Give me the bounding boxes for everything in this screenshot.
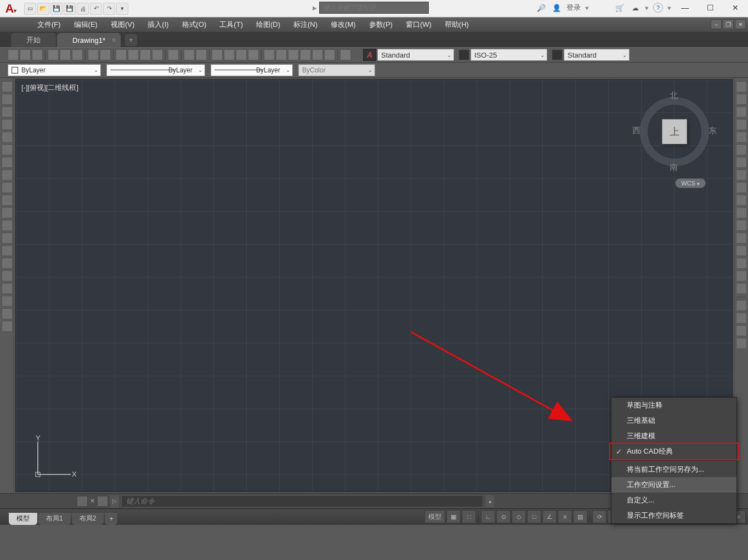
- tb-undo-icon[interactable]: [184, 49, 195, 60]
- new-icon[interactable]: ▭: [24, 3, 36, 15]
- insert-icon[interactable]: [2, 220, 13, 231]
- tb-open-icon[interactable]: [20, 49, 31, 60]
- menu-insert[interactable]: 插入(I): [141, 18, 175, 32]
- tb-3ddwf-icon[interactable]: [88, 49, 99, 60]
- tb-calc-icon[interactable]: [324, 49, 335, 60]
- tb-paste-icon[interactable]: [140, 49, 151, 60]
- tb-zoomprev-icon[interactable]: [248, 49, 259, 60]
- circle-icon[interactable]: [2, 157, 13, 168]
- ws-customize[interactable]: 自定义...: [611, 493, 736, 508]
- plotstyle-dropdown[interactable]: ByColor⌄: [298, 64, 375, 76]
- command-input[interactable]: [121, 495, 483, 507]
- user-icon[interactable]: 👤: [551, 2, 562, 13]
- maximize-button[interactable]: ☐: [698, 0, 723, 15]
- a360-icon[interactable]: ☁: [630, 2, 641, 13]
- ellipsearc-icon[interactable]: [2, 207, 13, 218]
- cmd-prompt-icon[interactable]: ▷: [110, 495, 119, 507]
- tb-cloud-icon[interactable]: [100, 49, 111, 60]
- layer-color-dropdown[interactable]: ByLayer⌄: [8, 64, 101, 76]
- wcs-badge[interactable]: WCS ▾: [675, 178, 706, 188]
- add-layout-button[interactable]: +: [105, 513, 117, 525]
- menu-edit[interactable]: 编辑(E): [67, 18, 104, 32]
- viewcube-west[interactable]: 西: [632, 126, 641, 136]
- snap-toggle[interactable]: ⸬: [462, 510, 476, 523]
- blend-icon[interactable]: [736, 270, 747, 281]
- ws-showlabel[interactable]: 显示工作空间标签: [611, 508, 736, 523]
- rect-icon[interactable]: [2, 132, 13, 143]
- search-expand-icon[interactable]: ▶: [313, 5, 317, 11]
- layout2-tab[interactable]: 布局2: [72, 513, 104, 525]
- tb-sheetset-icon[interactable]: [300, 49, 311, 60]
- nav-zoom-icon[interactable]: [736, 313, 747, 324]
- nav-pan-icon[interactable]: [736, 300, 747, 311]
- search-input[interactable]: [319, 2, 429, 14]
- mdi-restore[interactable]: ❐: [723, 19, 734, 29]
- textstyle-dropdown[interactable]: Standard⌄: [377, 49, 454, 61]
- tb-dcenter-icon[interactable]: [276, 49, 287, 60]
- chamfer-icon[interactable]: [736, 245, 747, 256]
- tb-publish-icon[interactable]: [72, 49, 83, 60]
- tb-markup-icon[interactable]: [312, 49, 323, 60]
- dimstyle-icon[interactable]: [458, 49, 469, 60]
- doctab-drawing1[interactable]: Drawing1*✕: [57, 33, 121, 47]
- ws-3dbasic[interactable]: 三维基础: [611, 413, 736, 428]
- tb-props-icon[interactable]: [264, 49, 275, 60]
- menu-dimension[interactable]: 标注(N): [287, 18, 324, 32]
- tb-toolpal-icon[interactable]: [288, 49, 299, 60]
- stretch-icon[interactable]: [736, 182, 747, 193]
- doctab-start[interactable]: 开始: [11, 33, 56, 47]
- ws-saveas[interactable]: 将当前工作空间另存为...: [611, 462, 736, 477]
- menu-view[interactable]: 视图(V): [104, 18, 141, 32]
- menu-tools[interactable]: 工具(T): [213, 18, 250, 32]
- infocenter-icon[interactable]: 🔎: [536, 2, 547, 13]
- viewcube-top-face[interactable]: 上: [662, 119, 687, 144]
- mdi-close[interactable]: ✕: [735, 19, 746, 29]
- region-icon[interactable]: [2, 283, 13, 294]
- osnap-toggle[interactable]: □: [527, 510, 541, 523]
- menu-window[interactable]: 窗口(W): [399, 18, 438, 32]
- offset-icon[interactable]: [736, 119, 747, 130]
- arc-icon[interactable]: [2, 144, 13, 155]
- lineweight-dropdown[interactable]: ByLayer⌄: [211, 64, 293, 76]
- menu-help[interactable]: 帮助(H): [438, 18, 475, 32]
- ws-drafting[interactable]: 草图与注释: [611, 398, 736, 413]
- ws-3dmodeling[interactable]: 三维建模: [611, 428, 736, 444]
- tb-blockedit-icon[interactable]: [168, 49, 179, 60]
- mdi-minimize[interactable]: –: [711, 19, 722, 29]
- dimstyle-dropdown[interactable]: ISO-25⌄: [471, 49, 547, 61]
- exchange-icon[interactable]: 🛒: [614, 2, 625, 13]
- menu-file[interactable]: 文件(F): [31, 18, 67, 32]
- tablestyle-dropdown[interactable]: Standard⌄: [564, 49, 630, 61]
- makeblock-icon[interactable]: [2, 233, 13, 244]
- open-icon[interactable]: 📂: [37, 3, 49, 15]
- cmd-expand-icon[interactable]: ▴: [485, 495, 494, 507]
- linetype-dropdown[interactable]: ByLayer⌄: [106, 64, 205, 76]
- app-icon[interactable]: A▾: [0, 0, 22, 18]
- move-icon[interactable]: [736, 144, 747, 155]
- line-icon[interactable]: [2, 81, 13, 92]
- nav-orbit-icon[interactable]: [736, 325, 747, 336]
- cmd-history-icon[interactable]: [77, 496, 88, 507]
- help-icon[interactable]: ?: [653, 3, 663, 13]
- tb-save-icon[interactable]: [32, 49, 43, 60]
- revcloud-icon[interactable]: [2, 169, 13, 180]
- menu-modify[interactable]: 修改(M): [324, 18, 362, 32]
- polar-toggle[interactable]: ⊙: [496, 510, 511, 523]
- view-cube[interactable]: 上 北 南 东 西: [633, 90, 716, 173]
- status-model-button[interactable]: 模型: [424, 510, 445, 523]
- minimize-button[interactable]: —: [672, 0, 698, 15]
- tb-help-icon[interactable]: [340, 49, 351, 60]
- close-tab-icon[interactable]: ✕: [111, 37, 116, 44]
- copy2-icon[interactable]: [736, 94, 747, 105]
- trim-icon[interactable]: [736, 195, 747, 206]
- menu-format[interactable]: 格式(O): [175, 18, 213, 32]
- plot-icon[interactable]: 🖨: [77, 3, 89, 15]
- save-icon[interactable]: 💾: [50, 3, 63, 15]
- textstyle-icon[interactable]: A: [363, 49, 376, 61]
- ws-classic[interactable]: ✓ Auto CAD经典: [611, 444, 736, 459]
- hatch-icon[interactable]: [2, 258, 13, 269]
- tb-zoomwin-icon[interactable]: [236, 49, 247, 60]
- addselected-icon[interactable]: [2, 321, 13, 332]
- tb-print-icon[interactable]: [48, 49, 59, 60]
- table-icon[interactable]: [2, 296, 13, 307]
